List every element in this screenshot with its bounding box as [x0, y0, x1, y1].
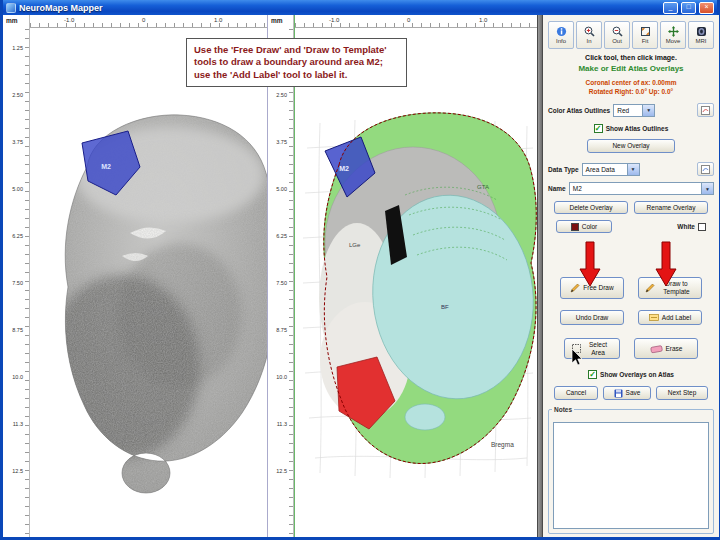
undo-label-row: Undo Draw Add Label [548, 310, 714, 325]
erase-label: Erase [666, 345, 683, 353]
zoom-in-tool-button[interactable]: In [576, 21, 602, 49]
maximize-button[interactable]: □ [681, 2, 696, 14]
outline-color-row: Color Atlas Outlines Red ▼ [548, 103, 714, 117]
show-overlays-row: ✓ Show Overlays on Atlas [548, 370, 714, 379]
cancel-button[interactable]: Cancel [554, 386, 598, 400]
bregma-label: Bregma [491, 441, 514, 449]
minimize-button[interactable]: _ [663, 2, 678, 14]
delete-overlay-button[interactable]: Delete Overlay [554, 201, 628, 214]
chevron-down-icon: ▼ [627, 164, 639, 175]
ruler-ticks [295, 23, 537, 27]
show-atlas-outlines-label: Show Atlas Outlines [606, 125, 669, 132]
new-overlay-row: New Overlay [548, 139, 714, 153]
next-step-button[interactable]: Next Step [656, 386, 708, 400]
color-row: Color White [548, 220, 714, 233]
atlas-panel[interactable]: -1.0 0 1.0 [294, 15, 537, 537]
erase-button[interactable]: Erase [634, 338, 698, 359]
info-icon [556, 26, 567, 37]
ruler-label: 12.5 [12, 468, 23, 474]
move-tool-button[interactable]: Move [660, 21, 686, 49]
show-atlas-outlines-checkbox[interactable]: ✓ [594, 124, 603, 133]
fit-icon [640, 26, 651, 37]
data-type-options-button[interactable] [697, 162, 714, 176]
chevron-down-icon: ▼ [642, 105, 654, 116]
histology-image: M2 [30, 28, 267, 537]
app-window: NeuroMaps Mapper _ □ × mm 1.25 2.50 3.75… [0, 0, 720, 540]
ruler-ticks [289, 29, 293, 537]
ruler-label: 1.25 [12, 45, 23, 51]
ruler-label: -1.0 [329, 17, 339, 23]
outline-color-dropdown[interactable]: Red ▼ [613, 104, 655, 117]
ruler-label: 11.3 [13, 421, 23, 427]
label-tag-icon [649, 313, 659, 322]
histology-vertical-ruler: mm 1.25 2.50 3.75 5.00 6.25 7.50 8.75 10… [3, 15, 30, 537]
outline-color-value: Red [617, 107, 629, 114]
atlas-image: M2 GTA LGe BF Bregma [295, 28, 537, 537]
info-tool-button[interactable]: Info [548, 21, 574, 49]
notes-label: Notes [552, 406, 574, 413]
page-icon [701, 165, 710, 174]
ruler-label: 1.0 [479, 17, 487, 23]
window-title: NeuroMaps Mapper [19, 3, 660, 13]
overlay-manage-row: Delete Overlay Rename Overlay [548, 201, 714, 214]
data-type-dropdown[interactable]: Area Data ▼ [582, 163, 640, 176]
show-overlays-label: Show Overlays on Atlas [600, 371, 674, 378]
mri-tool-button[interactable]: MRI [688, 21, 714, 49]
zoom-out-tool-button[interactable]: Out [604, 21, 630, 49]
show-outlines-row: ✓ Show Atlas Outlines [548, 124, 714, 133]
title-bar[interactable]: NeuroMaps Mapper _ □ × [3, 0, 717, 15]
overlay-name-dropdown[interactable]: M2 ▼ [569, 182, 714, 195]
ruler-unit-label: mm [271, 17, 283, 24]
data-type-value: Area Data [586, 166, 615, 173]
histology-panel[interactable]: -1.0 0 1.0 [30, 15, 268, 537]
eraser-icon [650, 344, 663, 354]
zoom-in-icon [584, 26, 595, 37]
outline-color-label: Color Atlas Outlines [548, 107, 610, 114]
ruler-label: 7.50 [12, 280, 23, 286]
checkmark-icon: ✓ [595, 125, 602, 133]
outline-options-button[interactable] [697, 103, 714, 117]
instruction-callout: Use the 'Free Draw' and 'Draw to Templat… [186, 38, 407, 87]
close-button[interactable]: × [699, 2, 714, 14]
action-buttons-row: Cancel Save Next Step [548, 386, 714, 400]
data-type-row: Data Type Area Data ▼ [548, 162, 714, 176]
notes-section: Notes [548, 406, 714, 534]
mouse-cursor [571, 349, 583, 366]
new-overlay-button[interactable]: New Overlay [587, 139, 675, 153]
rename-overlay-button[interactable]: Rename Overlay [634, 201, 708, 214]
undo-draw-button[interactable]: Undo Draw [560, 310, 624, 325]
coronal-center-text: Coronal center of ax: 0.00mm [548, 78, 714, 87]
ruler-label: 12.5 [276, 468, 287, 474]
rotation-text: Rotated Right: 0.0° Up: 0.0° [548, 87, 714, 96]
color-picker-button[interactable]: Color [556, 220, 612, 233]
atlas-area-label: LGe [349, 242, 361, 248]
overlay-name-label: Name [548, 185, 566, 192]
atlas-top-ruler: -1.0 0 1.0 [295, 15, 537, 28]
app-icon [6, 3, 16, 13]
ruler-ticks [30, 23, 267, 27]
ruler-label: 6.25 [12, 233, 23, 239]
tool-label: Info [556, 38, 566, 44]
ruler-label: 7.50 [276, 280, 287, 286]
ruler-label: 0 [407, 17, 410, 23]
add-label-button[interactable]: Add Label [638, 310, 702, 325]
draw-to-template-annotation-arrow [655, 241, 677, 287]
notes-textarea[interactable] [553, 422, 709, 529]
ruler-unit-label: mm [6, 17, 18, 24]
zoom-out-icon [612, 26, 623, 37]
name-row: Name M2 ▼ [548, 182, 714, 195]
save-button[interactable]: Save [603, 386, 651, 400]
ruler-label: 5.00 [276, 186, 287, 192]
current-color-label: White [677, 223, 695, 230]
ruler-label: -1.0 [64, 17, 74, 23]
pencil-icon [645, 283, 655, 293]
draw-tools-row: Free Draw Draw to Template [548, 277, 714, 299]
fit-tool-button[interactable]: Fit [632, 21, 658, 49]
overlay-name-value: M2 [573, 185, 582, 192]
toolbar-hint: Click tool, then click image. [548, 54, 714, 61]
tool-label: In [586, 38, 591, 44]
mri-icon [696, 26, 707, 37]
show-overlays-checkbox[interactable]: ✓ [588, 370, 597, 379]
view-toolbar: Info In Out Fit Move [548, 21, 714, 49]
tool-label: Out [612, 38, 622, 44]
